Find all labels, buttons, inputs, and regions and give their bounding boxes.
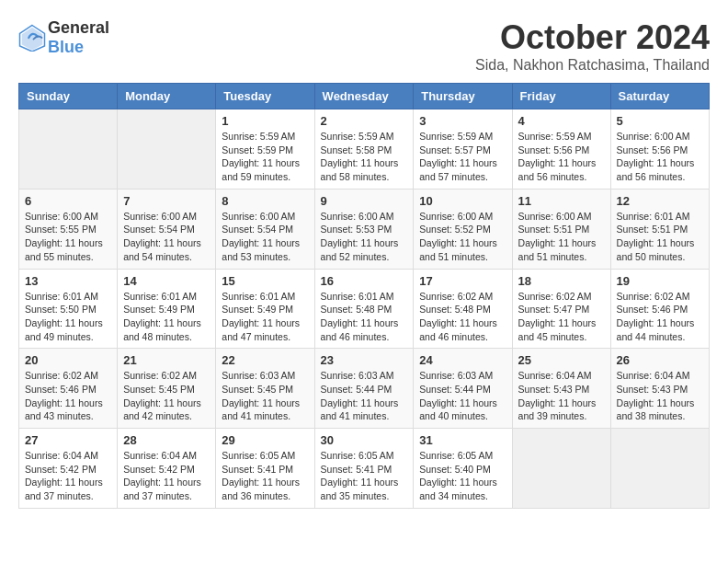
calendar-cell: 17Sunrise: 6:02 AM Sunset: 5:48 PM Dayli… xyxy=(414,269,512,349)
day-number: 12 xyxy=(617,194,703,208)
day-number: 3 xyxy=(419,114,506,128)
day-info: Sunrise: 6:04 AM Sunset: 5:43 PM Dayligh… xyxy=(518,369,605,423)
calendar-cell: 31Sunrise: 6:05 AM Sunset: 5:40 PM Dayli… xyxy=(414,429,512,509)
day-info: Sunrise: 6:04 AM Sunset: 5:43 PM Dayligh… xyxy=(617,369,703,423)
day-number: 19 xyxy=(617,274,703,288)
day-info: Sunrise: 6:00 AM Sunset: 5:51 PM Dayligh… xyxy=(518,210,605,264)
day-info: Sunrise: 6:05 AM Sunset: 5:40 PM Dayligh… xyxy=(419,449,506,503)
calendar-cell xyxy=(19,109,118,190)
day-info: Sunrise: 5:59 AM Sunset: 5:59 PM Dayligh… xyxy=(222,130,308,184)
day-number: 23 xyxy=(321,353,408,367)
day-number: 27 xyxy=(25,433,111,447)
day-info: Sunrise: 6:04 AM Sunset: 5:42 PM Dayligh… xyxy=(123,449,210,503)
day-info: Sunrise: 6:02 AM Sunset: 5:46 PM Dayligh… xyxy=(617,290,703,344)
column-header-thursday: Thursday xyxy=(414,84,512,109)
calendar-cell: 20Sunrise: 6:02 AM Sunset: 5:46 PM Dayli… xyxy=(19,349,118,429)
calendar-cell: 5Sunrise: 6:00 AM Sunset: 5:56 PM Daylig… xyxy=(610,109,709,190)
calendar-cell: 3Sunrise: 5:59 AM Sunset: 5:57 PM Daylig… xyxy=(414,109,512,190)
day-number: 13 xyxy=(25,274,111,288)
day-info: Sunrise: 6:05 AM Sunset: 5:41 PM Dayligh… xyxy=(222,449,308,503)
calendar-header-row: SundayMondayTuesdayWednesdayThursdayFrid… xyxy=(19,84,710,109)
logo-blue: Blue xyxy=(48,38,84,56)
day-info: Sunrise: 6:00 AM Sunset: 5:52 PM Dayligh… xyxy=(419,210,506,264)
day-number: 14 xyxy=(123,274,210,288)
day-info: Sunrise: 6:00 AM Sunset: 5:53 PM Dayligh… xyxy=(321,210,408,264)
calendar-cell: 24Sunrise: 6:03 AM Sunset: 5:44 PM Dayli… xyxy=(414,349,512,429)
day-info: Sunrise: 6:01 AM Sunset: 5:49 PM Dayligh… xyxy=(123,290,210,344)
calendar-cell: 26Sunrise: 6:04 AM Sunset: 5:43 PM Dayli… xyxy=(610,349,709,429)
page-header: General Blue October 2024 Sida, Nakhon R… xyxy=(18,18,710,74)
title-area: October 2024 Sida, Nakhon Ratchasima, Th… xyxy=(475,18,710,74)
day-number: 9 xyxy=(321,194,408,208)
day-number: 29 xyxy=(222,433,308,447)
day-info: Sunrise: 6:02 AM Sunset: 5:46 PM Dayligh… xyxy=(25,369,111,423)
calendar-cell: 30Sunrise: 6:05 AM Sunset: 5:41 PM Dayli… xyxy=(314,429,414,509)
calendar-cell: 29Sunrise: 6:05 AM Sunset: 5:41 PM Dayli… xyxy=(216,429,314,509)
day-number: 17 xyxy=(419,274,506,288)
day-number: 15 xyxy=(222,274,308,288)
day-info: Sunrise: 6:02 AM Sunset: 5:48 PM Dayligh… xyxy=(419,290,506,344)
calendar-cell: 14Sunrise: 6:01 AM Sunset: 5:49 PM Dayli… xyxy=(118,269,216,349)
logo: General Blue xyxy=(18,18,109,57)
day-number: 7 xyxy=(123,194,210,208)
calendar-week-row: 1Sunrise: 5:59 AM Sunset: 5:59 PM Daylig… xyxy=(19,109,710,190)
day-info: Sunrise: 6:02 AM Sunset: 5:47 PM Dayligh… xyxy=(518,290,605,344)
day-info: Sunrise: 6:01 AM Sunset: 5:50 PM Dayligh… xyxy=(25,290,111,344)
calendar-cell: 23Sunrise: 6:03 AM Sunset: 5:44 PM Dayli… xyxy=(314,349,414,429)
calendar-cell: 7Sunrise: 6:00 AM Sunset: 5:54 PM Daylig… xyxy=(118,189,216,269)
calendar-cell: 28Sunrise: 6:04 AM Sunset: 5:42 PM Dayli… xyxy=(118,429,216,509)
day-number: 24 xyxy=(419,353,506,367)
logo-general: General xyxy=(48,18,109,37)
calendar-week-row: 13Sunrise: 6:01 AM Sunset: 5:50 PM Dayli… xyxy=(19,269,710,349)
column-header-wednesday: Wednesday xyxy=(314,84,414,109)
day-number: 16 xyxy=(321,274,408,288)
column-header-sunday: Sunday xyxy=(19,84,118,109)
day-info: Sunrise: 5:59 AM Sunset: 5:56 PM Dayligh… xyxy=(518,130,605,184)
day-number: 31 xyxy=(419,433,506,447)
day-number: 2 xyxy=(321,114,408,128)
calendar-cell: 16Sunrise: 6:01 AM Sunset: 5:48 PM Dayli… xyxy=(314,269,414,349)
location-title: Sida, Nakhon Ratchasima, Thailand xyxy=(475,57,710,74)
day-number: 26 xyxy=(617,353,703,367)
day-info: Sunrise: 6:03 AM Sunset: 5:45 PM Dayligh… xyxy=(222,369,308,423)
day-info: Sunrise: 5:59 AM Sunset: 5:58 PM Dayligh… xyxy=(321,130,408,184)
day-info: Sunrise: 6:00 AM Sunset: 5:54 PM Dayligh… xyxy=(222,210,308,264)
day-info: Sunrise: 6:02 AM Sunset: 5:45 PM Dayligh… xyxy=(123,369,210,423)
column-header-monday: Monday xyxy=(118,84,216,109)
calendar-cell: 19Sunrise: 6:02 AM Sunset: 5:46 PM Dayli… xyxy=(610,269,709,349)
calendar-cell: 15Sunrise: 6:01 AM Sunset: 5:49 PM Dayli… xyxy=(216,269,314,349)
calendar-cell xyxy=(610,429,709,509)
day-number: 28 xyxy=(123,433,210,447)
day-info: Sunrise: 6:00 AM Sunset: 5:56 PM Dayligh… xyxy=(617,130,703,184)
calendar-week-row: 27Sunrise: 6:04 AM Sunset: 5:42 PM Dayli… xyxy=(19,429,710,509)
day-number: 8 xyxy=(222,194,308,208)
day-info: Sunrise: 6:01 AM Sunset: 5:48 PM Dayligh… xyxy=(321,290,408,344)
calendar-cell: 2Sunrise: 5:59 AM Sunset: 5:58 PM Daylig… xyxy=(314,109,414,190)
calendar-cell: 22Sunrise: 6:03 AM Sunset: 5:45 PM Dayli… xyxy=(216,349,314,429)
day-info: Sunrise: 5:59 AM Sunset: 5:57 PM Dayligh… xyxy=(419,130,506,184)
day-info: Sunrise: 6:05 AM Sunset: 5:41 PM Dayligh… xyxy=(321,449,408,503)
calendar-cell: 4Sunrise: 5:59 AM Sunset: 5:56 PM Daylig… xyxy=(512,109,610,190)
day-info: Sunrise: 6:01 AM Sunset: 5:51 PM Dayligh… xyxy=(617,210,703,264)
day-info: Sunrise: 6:00 AM Sunset: 5:54 PM Dayligh… xyxy=(123,210,210,264)
calendar-cell: 11Sunrise: 6:00 AM Sunset: 5:51 PM Dayli… xyxy=(512,189,610,269)
month-title: October 2024 xyxy=(475,18,710,57)
day-info: Sunrise: 6:00 AM Sunset: 5:55 PM Dayligh… xyxy=(25,210,111,264)
day-number: 10 xyxy=(419,194,506,208)
day-info: Sunrise: 6:03 AM Sunset: 5:44 PM Dayligh… xyxy=(419,369,506,423)
calendar-cell: 13Sunrise: 6:01 AM Sunset: 5:50 PM Dayli… xyxy=(19,269,118,349)
calendar-cell: 12Sunrise: 6:01 AM Sunset: 5:51 PM Dayli… xyxy=(610,189,709,269)
day-number: 21 xyxy=(123,353,210,367)
day-number: 22 xyxy=(222,353,308,367)
calendar-cell: 27Sunrise: 6:04 AM Sunset: 5:42 PM Dayli… xyxy=(19,429,118,509)
calendar-cell: 18Sunrise: 6:02 AM Sunset: 5:47 PM Dayli… xyxy=(512,269,610,349)
day-number: 18 xyxy=(518,274,605,288)
calendar-week-row: 6Sunrise: 6:00 AM Sunset: 5:55 PM Daylig… xyxy=(19,189,710,269)
calendar-cell: 6Sunrise: 6:00 AM Sunset: 5:55 PM Daylig… xyxy=(19,189,118,269)
calendar-cell: 8Sunrise: 6:00 AM Sunset: 5:54 PM Daylig… xyxy=(216,189,314,269)
calendar-cell: 9Sunrise: 6:00 AM Sunset: 5:53 PM Daylig… xyxy=(314,189,414,269)
day-number: 11 xyxy=(518,194,605,208)
day-number: 5 xyxy=(617,114,703,128)
column-header-friday: Friday xyxy=(512,84,610,109)
calendar-week-row: 20Sunrise: 6:02 AM Sunset: 5:46 PM Dayli… xyxy=(19,349,710,429)
